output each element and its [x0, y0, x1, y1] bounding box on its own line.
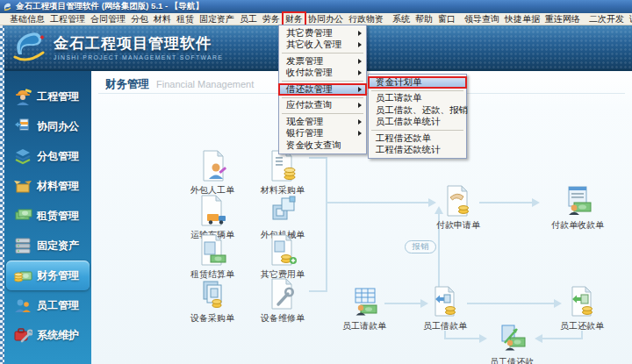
- flow-node-label: 员工借还款: [478, 357, 545, 364]
- flow-node-label: 设备维修单: [249, 313, 316, 323]
- menu-item-subcontract[interactable]: 分包: [128, 12, 151, 26]
- jinshi-logo-icon: [10, 28, 48, 65]
- menu-separator: [282, 113, 363, 114]
- menu-item-leader-query[interactable]: 领导查询: [462, 12, 502, 26]
- menu-item-lease[interactable]: 租赁: [174, 12, 197, 26]
- sidebar-item-material[interactable]: 材料管理: [6, 171, 90, 201]
- sidebar-item-label: 财务管理: [37, 268, 79, 283]
- sidebar-item-finance[interactable]: 财务管理: [6, 261, 90, 290]
- menu-separator: [371, 130, 463, 131]
- other-expense-icon: [269, 234, 297, 266]
- flow-node-label: 员工请款单: [331, 321, 398, 331]
- menu-item-window[interactable]: 窗口: [435, 12, 458, 26]
- sidebar-item-collaboration[interactable]: 协同办公: [6, 111, 90, 141]
- menu-item-system[interactable]: 系统: [390, 12, 413, 26]
- menu-item-material[interactable]: 材料: [151, 12, 174, 26]
- flow-node-label: 员工借款单: [412, 321, 478, 331]
- finance-menu-item-other-income[interactable]: 其它收入管理: [279, 39, 366, 52]
- material-purchase-icon: [269, 150, 297, 182]
- flow-node[interactable]: 员工请款单: [331, 286, 398, 331]
- menu-item-project-mgmt[interactable]: 工程管理: [47, 12, 88, 26]
- flow-node[interactable]: 外包人工单: [179, 150, 246, 195]
- menu-item-quick-docs[interactable]: 快捷单据: [502, 12, 542, 26]
- flow-node[interactable]: 材料采购单: [249, 150, 316, 195]
- finance-menu-item-payments[interactable]: 收付款管理: [279, 68, 366, 80]
- employee-request-icon: [350, 286, 378, 318]
- menu-item-certificates[interactable]: 证件管理: [627, 12, 632, 26]
- sidebar-item-label: 材料管理: [37, 179, 79, 194]
- sidebar-item-fixed-assets[interactable]: 固定资产: [6, 231, 90, 261]
- equipment-repair-icon: [269, 278, 297, 310]
- submenu-arrow-icon: [358, 59, 362, 64]
- sidebar-item-label: 固定资产: [37, 239, 79, 253]
- menu-item-secondary-dev[interactable]: 二次开发: [586, 12, 627, 26]
- sidebar-item-label: 分包管理: [37, 149, 79, 164]
- machinery-icon: [269, 195, 297, 226]
- flow-node[interactable]: 租赁结算单: [179, 234, 246, 279]
- flow-node[interactable]: 员工还款单: [549, 286, 615, 331]
- reimburse-badge: 报销: [405, 240, 436, 253]
- submenu-arrow-icon: [358, 119, 362, 125]
- menu-item-fixed-assets[interactable]: 固定资产: [197, 12, 237, 26]
- submenu-arrow-icon: [358, 42, 362, 47]
- finance-coins-icon: [13, 267, 32, 284]
- submenu-item-project-loan[interactable]: 工程借还款单: [369, 132, 466, 145]
- sidebar-item-label: 工程管理: [37, 89, 79, 104]
- menu-item-label: 银行管理: [286, 127, 323, 139]
- finance-menu-item-payable-query[interactable]: 应付款查询: [279, 100, 366, 112]
- menu-item-reconnect[interactable]: 重连网络: [542, 12, 583, 26]
- menu-item-basic-info[interactable]: 基础信息: [7, 12, 47, 26]
- menu-item-employee[interactable]: 员工: [237, 12, 260, 26]
- flow-node[interactable]: 其它费用单: [249, 234, 316, 279]
- finance-menu-item-other-fees[interactable]: 其它费管理: [279, 27, 366, 39]
- flow-node[interactable]: 设备维修单: [249, 278, 316, 323]
- transport-truck-icon: [198, 195, 226, 226]
- sidebar-item-employee-mgmt[interactable]: 员工管理: [6, 290, 90, 320]
- office-docs-icon: [13, 118, 32, 135]
- menu-item-label: 其它收入管理: [286, 39, 341, 51]
- menu-item-label: 员工借款单统计: [376, 116, 441, 128]
- page-subtitle: Financial Management: [156, 79, 254, 89]
- menu-item-label: 资金收支查询: [286, 139, 341, 152]
- submenu-item-employee-request[interactable]: 员工请款单: [369, 93, 466, 105]
- flow-node[interactable]: 员工借款单: [412, 286, 478, 331]
- flow-node[interactable]: 外包机械单: [249, 195, 316, 239]
- submenu-arrow-icon: [358, 87, 362, 92]
- flow-node[interactable]: 付款申请单: [425, 185, 492, 230]
- flow-node[interactable]: 付款单收款单: [544, 185, 611, 230]
- finance-menu-item-fund-query[interactable]: 资金收支查询: [279, 139, 366, 152]
- sidebar-item-subcontract[interactable]: 分包管理: [6, 141, 90, 171]
- finance-menu-item-loan-mgmt[interactable]: 借还款管理: [279, 83, 366, 96]
- menu-item-contract-mgmt[interactable]: 合同管理: [88, 12, 128, 26]
- finance-menu-item-cash-mgmt[interactable]: 现金管理: [279, 116, 366, 128]
- submenu-item-project-loan-stats[interactable]: 工程借还款统计: [369, 145, 466, 157]
- sidebar-item-label: 员工管理: [37, 298, 79, 313]
- finance-menu-item-invoice[interactable]: 发票管理: [279, 55, 366, 68]
- flow-node[interactable]: 设备采购单: [179, 278, 246, 323]
- material-box-icon: [13, 177, 32, 195]
- payment-request-icon: [444, 185, 472, 217]
- menu-item-label: 应付款查询: [286, 99, 333, 111]
- sidebar-item-label: 协同办公: [37, 119, 79, 134]
- finance-menu-item-bank-mgmt[interactable]: 银行管理: [279, 128, 366, 140]
- menu-item-label: 员工借款、还款、报销: [376, 104, 468, 117]
- flow-node[interactable]: 运输车辆单: [179, 195, 246, 239]
- submenu-item-employee-loan-repay-reimburse[interactable]: 员工借款、还款、报销: [369, 104, 466, 117]
- employee-loan-icon: [431, 286, 459, 318]
- employee-repay-icon: [568, 286, 596, 318]
- menu-item-label: 工程借还款统计: [376, 144, 441, 156]
- app-logo-icon: [3, 2, 12, 11]
- menu-item-label: 现金管理: [286, 116, 323, 128]
- sidebar-item-project-mgmt[interactable]: 工程管理: [6, 82, 90, 111]
- menu-item-label: 工程借还款单: [376, 132, 431, 145]
- submenu-item-fund-plan[interactable]: 资金计划单: [369, 76, 466, 89]
- menu-item-label: 资金计划单: [376, 76, 422, 89]
- submenu-item-employee-loan-stats[interactable]: 员工借款单统计: [369, 117, 466, 129]
- flow-node-label: 付款单收款单: [544, 220, 611, 230]
- sidebar-item-lease[interactable]: 租赁管理: [6, 201, 90, 231]
- maintenance-toolbox-icon: [13, 326, 32, 344]
- menu-item-help[interactable]: 帮助: [413, 12, 435, 26]
- flow-node[interactable]: 员工借还款: [478, 322, 545, 364]
- reimburse-badge-label: 报销: [413, 241, 429, 253]
- sidebar-item-system-maintenance[interactable]: 系统维护: [6, 320, 90, 350]
